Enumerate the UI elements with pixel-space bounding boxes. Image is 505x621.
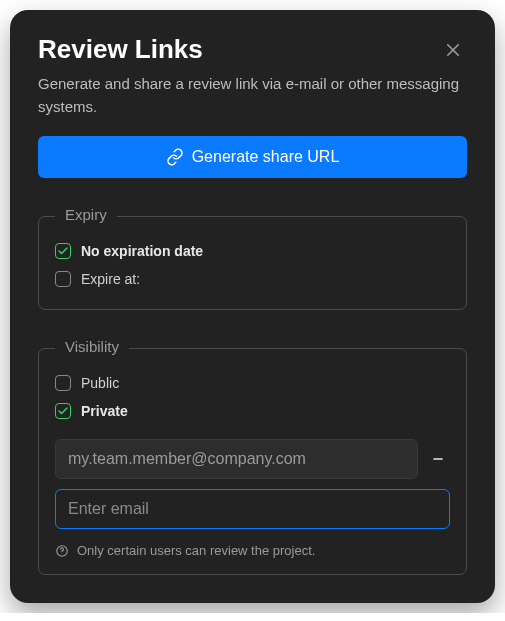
link-icon — [166, 148, 184, 166]
visibility-legend: Visibility — [55, 338, 129, 355]
visibility-public-label: Public — [81, 375, 119, 391]
modal-title: Review Links — [38, 34, 203, 65]
review-links-modal: Review Links Generate and share a review… — [10, 10, 495, 603]
expiry-legend: Expiry — [55, 206, 117, 223]
modal-description: Generate and share a review link via e-m… — [38, 73, 467, 118]
visibility-section: Visibility Public Private — [38, 348, 467, 575]
visibility-option-public[interactable]: Public — [55, 369, 450, 397]
email-field-existing[interactable] — [55, 439, 418, 479]
visibility-option-private[interactable]: Private — [55, 397, 450, 425]
expiry-option-at[interactable]: Expire at: — [55, 265, 450, 293]
modal-header: Review Links — [38, 34, 467, 65]
svg-point-4 — [62, 553, 63, 554]
expiry-none-label: No expiration date — [81, 243, 203, 259]
expiry-section: Expiry No expiration date Expire at: — [38, 216, 467, 310]
email-entry-row — [55, 439, 450, 479]
close-button[interactable] — [439, 36, 467, 64]
visibility-help-text: Only certain users can review the projec… — [77, 543, 315, 558]
generate-share-url-button[interactable]: Generate share URL — [38, 136, 467, 178]
expiry-option-none[interactable]: No expiration date — [55, 237, 450, 265]
checkbox-checked-icon — [55, 403, 71, 419]
visibility-help: Only certain users can review the projec… — [55, 543, 450, 558]
email-field-new[interactable] — [55, 489, 450, 529]
email-add-row — [55, 489, 450, 529]
checkbox-checked-icon — [55, 243, 71, 259]
checkbox-unchecked-icon — [55, 375, 71, 391]
minus-icon — [431, 452, 445, 466]
checkbox-unchecked-icon — [55, 271, 71, 287]
visibility-private-label: Private — [81, 403, 128, 419]
remove-email-button[interactable] — [426, 447, 450, 471]
expiry-at-label: Expire at: — [81, 271, 140, 287]
question-circle-icon — [55, 544, 69, 558]
close-icon — [444, 41, 462, 59]
generate-button-label: Generate share URL — [192, 148, 340, 166]
